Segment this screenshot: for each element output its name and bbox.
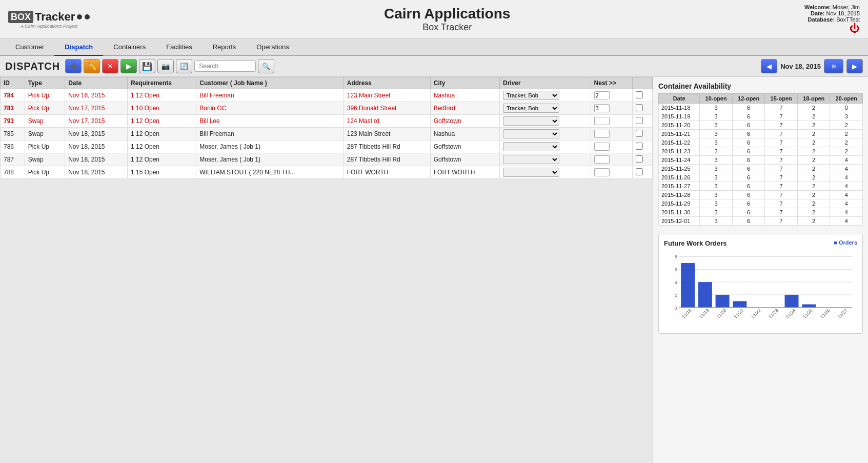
driver-select[interactable]: Tracker, Bob Moser, Jim <box>503 155 559 164</box>
nest-input[interactable] <box>594 155 610 164</box>
cell-nest <box>591 153 632 166</box>
edit-button[interactable]: ✏️ <box>84 59 100 73</box>
dispatch-table-body: 784 Pick Up Nov 16, 2015 1 12 Open Bill … <box>1 89 653 179</box>
avail-date: 2015-11-28 <box>659 191 700 199</box>
toolbar-date: Nov 18, 2015 <box>780 63 821 70</box>
cell-customer: Moser, James ( Job 1) <box>196 153 344 166</box>
plus-icon: ➕ <box>69 62 78 70</box>
photo-button[interactable]: 📷 <box>157 59 174 73</box>
driver-select[interactable]: Tracker, Bob Moser, Jim <box>503 116 559 126</box>
table-row: 786 Pick Up Nov 18, 2015 1 12 Open Moser… <box>1 140 653 153</box>
cell-customer: Bill Freeman <box>196 89 344 102</box>
play-icon: ▶ <box>126 62 132 70</box>
avail-col-10: 10-open <box>700 94 733 104</box>
refresh-button[interactable]: 🔄 <box>176 59 192 73</box>
play-button[interactable]: ▶ <box>120 59 137 73</box>
main-content: ID Type Date Requirements Customer ( Job… <box>0 77 868 463</box>
nav-customer[interactable]: Customer <box>5 39 54 56</box>
row-checkbox[interactable] <box>636 130 643 137</box>
table-row: 788 Pick Up Nov 18, 2015 1 15 Open WILLI… <box>1 166 653 179</box>
avail-12: 6 <box>732 165 765 173</box>
col-date: Date <box>65 77 128 89</box>
cell-date: Nov 18, 2015 <box>65 153 128 166</box>
driver-select[interactable]: Tracker, Bob Tracker, Bob Moser, Jim <box>503 91 559 100</box>
cell-city: Nashua <box>430 128 499 140</box>
next-date-button[interactable]: ▶ <box>846 59 863 73</box>
nav-dispatch[interactable]: Dispatch <box>54 39 103 56</box>
refresh-icon: 🔄 <box>180 63 188 70</box>
avail-18: 2 <box>797 138 830 147</box>
nest-input[interactable] <box>594 117 610 125</box>
chart-title: Future Work Orders <box>664 239 727 247</box>
avail-row: 2015-11-19 3 6 7 2 3 <box>659 112 863 121</box>
avail-row: 2015-11-23 3 6 7 2 2 <box>659 147 863 156</box>
avail-row: 2015-12-01 3 6 7 2 4 <box>659 217 863 226</box>
avail-col-15: 15-open <box>765 94 798 104</box>
avail-10: 3 <box>700 156 733 165</box>
search-go-button[interactable]: 🔍 <box>258 59 274 73</box>
driver-select[interactable]: Tracker, Bob Moser, Jim <box>503 168 559 177</box>
prev-date-button[interactable]: ◀ <box>761 59 777 73</box>
grid-view-button[interactable]: ⊞ <box>824 59 843 73</box>
avail-15: 7 <box>765 191 798 199</box>
add-button[interactable]: ➕ <box>65 59 82 73</box>
nav-reports[interactable]: Reports <box>203 39 247 56</box>
avail-20: 4 <box>830 173 863 182</box>
nest-input[interactable] <box>594 104 610 112</box>
nest-input[interactable] <box>594 168 610 176</box>
avail-date: 2015-11-19 <box>659 112 700 121</box>
nest-input[interactable] <box>594 130 610 138</box>
avail-18: 2 <box>797 112 830 121</box>
search-input[interactable] <box>194 61 256 72</box>
avail-15: 7 <box>765 182 798 191</box>
table-header-row: ID Type Date Requirements Customer ( Job… <box>1 77 653 89</box>
table-row: 787 Swap Nov 18, 2015 1 12 Open Moser, J… <box>1 153 653 166</box>
avail-12: 6 <box>732 147 765 156</box>
avail-row: 2015-11-24 3 6 7 2 4 <box>659 156 863 165</box>
cell-driver: Tracker, Bob Moser, Jim <box>499 115 591 128</box>
row-checkbox[interactable] <box>636 168 643 175</box>
avail-18: 2 <box>797 156 830 165</box>
row-checkbox[interactable] <box>636 91 643 98</box>
nest-input[interactable] <box>594 91 610 99</box>
box-label: BOX <box>8 11 33 23</box>
save-button[interactable]: 💾 <box>139 59 155 73</box>
avail-18: 2 <box>797 104 830 112</box>
avail-15: 7 <box>765 112 798 121</box>
nav-containers[interactable]: Containers <box>103 39 156 56</box>
avail-date: 2015-11-22 <box>659 138 700 147</box>
svg-text:11/18: 11/18 <box>681 308 693 319</box>
driver-select[interactable]: Tracker, Bob Moser, Jim <box>503 129 559 138</box>
logo-caption: A Cairn Applications Project <box>21 24 77 29</box>
avail-18: 2 <box>797 173 830 182</box>
row-checkbox[interactable] <box>636 117 643 124</box>
cell-date: Nov 16, 2015 <box>65 89 128 102</box>
cell-type: Swap <box>25 153 65 166</box>
cell-check <box>632 166 652 179</box>
cell-type: Pick Up <box>25 89 65 102</box>
cell-type: Pick Up <box>25 166 65 179</box>
row-checkbox[interactable] <box>636 155 643 163</box>
cell-id: 793 <box>1 115 25 128</box>
cell-driver: Tracker, Bob Tracker, Bob Moser, Jim <box>499 102 591 115</box>
row-checkbox[interactable] <box>636 143 643 150</box>
cell-req: 1 12 Open <box>127 153 196 166</box>
row-checkbox[interactable] <box>636 104 643 111</box>
avail-10: 3 <box>700 130 733 138</box>
cell-city: Bedford <box>430 102 499 115</box>
power-icon[interactable]: ⏻ <box>850 23 860 34</box>
nest-input[interactable] <box>594 143 610 151</box>
cell-date: Nov 18, 2015 <box>65 140 128 153</box>
cell-driver: Tracker, Bob Moser, Jim <box>499 128 591 140</box>
svg-text:11/27: 11/27 <box>837 308 849 319</box>
cell-address: FORT WORTH <box>344 166 430 179</box>
nav-facilities[interactable]: Facilities <box>156 39 203 56</box>
cell-type: Swap <box>25 128 65 140</box>
driver-select[interactable]: Tracker, Bob Moser, Jim <box>503 142 559 151</box>
delete-button[interactable]: ✕ <box>102 59 118 73</box>
svg-text:11/21: 11/21 <box>733 308 744 319</box>
driver-select[interactable]: Tracker, Bob Tracker, Bob Moser, Jim <box>503 104 559 113</box>
avail-12: 6 <box>732 138 765 147</box>
avail-10: 3 <box>700 165 733 173</box>
nav-operations[interactable]: Operations <box>246 39 299 56</box>
